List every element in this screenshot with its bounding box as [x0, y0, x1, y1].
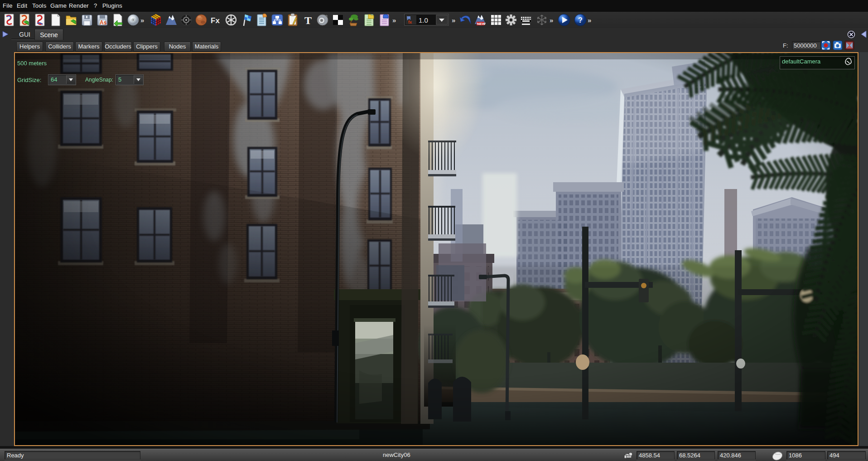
svg-text:Fx: Fx [211, 16, 220, 25]
svg-text:»: » [452, 16, 455, 24]
svg-text:»: » [550, 16, 553, 24]
svg-text:fx: fx [408, 20, 412, 24]
svg-text:NEW: NEW [477, 22, 486, 26]
svg-text:»: » [588, 16, 591, 24]
svg-text:?: ? [578, 16, 583, 24]
svg-text:»: » [140, 16, 144, 24]
svg-text:1.0: 1.0 [419, 16, 428, 24]
svg-text:»: » [392, 16, 396, 24]
svg-text:T: T [304, 15, 312, 26]
svg-text:As: As [100, 19, 107, 26]
